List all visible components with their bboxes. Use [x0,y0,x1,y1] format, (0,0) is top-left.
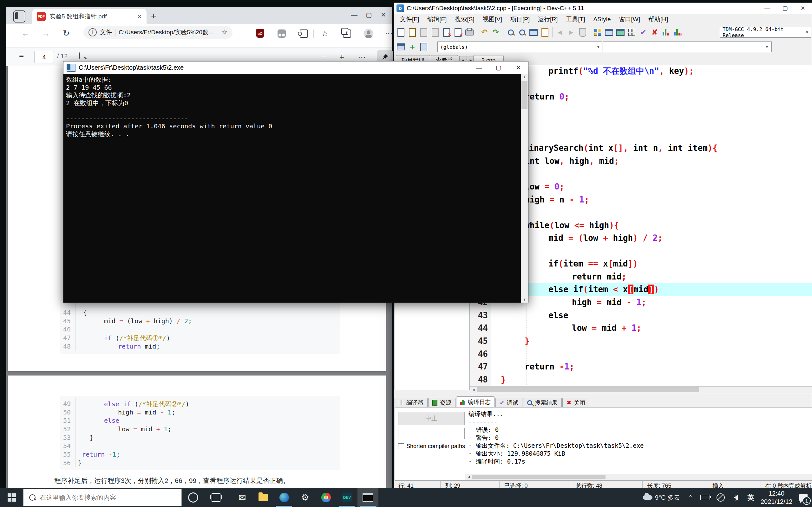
undo-button[interactable]: ↶ [478,27,490,38]
tab-actions-icon[interactable] [13,10,26,22]
devcpp-maximize-button[interactable]: ▢ [776,3,794,14]
taskbar-chrome[interactable] [316,488,337,507]
profile-button[interactable] [660,27,672,38]
menu-run[interactable]: 运行[R] [534,15,562,23]
forward-icon[interactable]: → [42,29,50,38]
info-icon[interactable]: i [89,28,97,37]
cortana-button[interactable] [182,488,205,507]
members-select[interactable]: ▼ [603,42,772,52]
taskbar-file-explorer[interactable] [253,488,274,507]
taskbar-search[interactable] [23,489,182,506]
profile-delete-button[interactable]: ✕ [672,27,683,38]
replace-button[interactable] [516,27,528,38]
ime-indicator[interactable]: 英 [744,488,758,507]
save-button[interactable] [418,27,429,38]
editor-horizontal-scrollbar[interactable]: ◄ ► [470,386,812,393]
menu-astyle[interactable]: AStyle [589,16,615,23]
syntax-check-button[interactable]: ✔ [638,27,649,38]
network-status[interactable] [713,488,728,507]
print-button[interactable] [464,27,475,38]
taskbar-mail[interactable]: ✉ [232,488,253,507]
profile-avatar[interactable] [363,28,374,39]
taskbar-settings[interactable]: ⚙ [295,488,316,507]
open-file-button[interactable] [407,27,418,38]
save-all-button[interactable] [429,27,441,38]
battery-status[interactable] [697,488,713,507]
find-button[interactable] [505,27,516,38]
new-file-button[interactable] [395,27,407,38]
ublock-extension-icon[interactable]: uO [254,28,266,39]
rebuild-all-button[interactable] [626,27,638,38]
globals-select[interactable]: (globals)▼ [438,42,602,52]
menu-file[interactable]: 文件[F] [396,15,423,23]
clock[interactable]: 12:402021/12/12 [758,488,795,507]
pdf-search-icon[interactable] [79,53,80,59]
scroll-left-icon[interactable]: ◄ [465,475,472,479]
edge-maximize-button[interactable]: ▢ [362,9,376,21]
refresh-icon[interactable]: ↻ [63,29,70,38]
taskbar-devcpp[interactable]: DEV [337,488,357,507]
scroll-up-icon[interactable]: ▲ [521,74,528,80]
devcpp-minimize-button[interactable]: — [758,3,776,14]
menu-search[interactable]: 搜索[S] [451,15,478,23]
start-button[interactable] [0,488,23,507]
menu-view[interactable]: 视图[V] [478,15,506,23]
edge-minimize-button[interactable]: — [347,9,362,21]
zoom-out-icon[interactable]: − [321,52,326,62]
menu-tools[interactable]: 工具[T] [562,15,589,23]
class-browser-button[interactable] [395,42,407,52]
goto-line-button[interactable] [539,27,551,38]
favorite-add-icon[interactable]: ☆ [221,28,227,37]
extensions-puzzle-icon[interactable] [298,28,310,39]
tab-resources[interactable]: 资源 [428,398,455,407]
scroll-down-icon[interactable]: ▼ [521,296,528,302]
console-maximize-button[interactable]: ▢ [489,61,508,74]
shorten-paths-option[interactable]: Shorten compiler paths [398,443,465,450]
tab-compiler[interactable]: 编译器 [395,398,427,407]
tab-close-log[interactable]: ✖关闭 [562,398,589,407]
abort-compilation-button[interactable]: ✘ [649,27,660,38]
forward-button[interactable]: ► [565,27,577,38]
extension-box-icon[interactable] [276,28,287,39]
toc-icon[interactable]: ≡ [19,52,24,61]
tray-expand-button[interactable]: ⌃ [684,488,697,507]
log-horizontal-scrollbar[interactable]: ◄ ► [465,474,812,480]
new-item-button[interactable]: ＋ [407,42,418,52]
browser-tab[interactable]: PDF 实验5 数组和指针.pdf ✕ [32,9,147,24]
tab-debug[interactable]: ✔调试 [496,398,522,407]
volume-control[interactable] [728,488,744,507]
page-number-input[interactable]: 4 [34,51,54,63]
checkbox-icon[interactable] [398,443,404,449]
menu-window[interactable]: 窗口[W] [615,15,644,23]
compile-button[interactable] [592,27,603,38]
zoom-in-icon[interactable]: + [339,52,344,62]
back-button[interactable]: ◄ [554,27,565,38]
task-view-button[interactable] [205,488,227,507]
compiler-select[interactable]: TDM-GCC 4.9.2 64-bit Release▼ [720,27,811,38]
close-all-button[interactable] [452,27,464,38]
devcpp-close-button[interactable]: ✕ [794,3,812,14]
console-minimize-button[interactable]: — [469,61,489,74]
close-file-button[interactable] [441,27,452,38]
taskbar-edge[interactable] [274,488,295,507]
collections-icon[interactable] [341,28,353,39]
notification-center-button[interactable]: 1 [795,488,812,507]
redo-button[interactable]: ↷ [490,27,502,38]
search-input[interactable] [39,494,174,502]
tab-compile-log[interactable]: 编译日志 [456,396,495,407]
members-button[interactable] [418,42,429,52]
menu-project[interactable]: 项目[P] [506,15,534,23]
favorites-bar-icon[interactable]: ☆ [319,28,331,39]
find-in-files-button[interactable] [528,27,539,38]
scroll-left-icon[interactable]: ◄ [470,388,477,392]
tab-search-results[interactable]: 搜索结果 [523,398,562,407]
pdf-more-icon[interactable]: ⋯ [358,52,366,62]
menu-edit[interactable]: 编辑[E] [423,15,451,23]
console-output[interactable]: 数组a中的数据: 2 7 19 45 66 输入待查找的数据项:2 2 在数组中… [63,74,521,302]
console-title-bar[interactable]: C:\Users\Fr\Desktop\task\task5\2.exe — ▢… [63,61,528,74]
weather-widget[interactable]: 9°C 多云 [639,488,684,507]
settings-more-icon[interactable]: ⋯ [383,28,395,39]
address-url[interactable]: C:/Users/Fr/Desktop/实验5%20数... [119,28,219,37]
console-scrollbar[interactable]: ▲ ▼ [521,74,528,302]
bookmark-button[interactable] [577,27,589,38]
